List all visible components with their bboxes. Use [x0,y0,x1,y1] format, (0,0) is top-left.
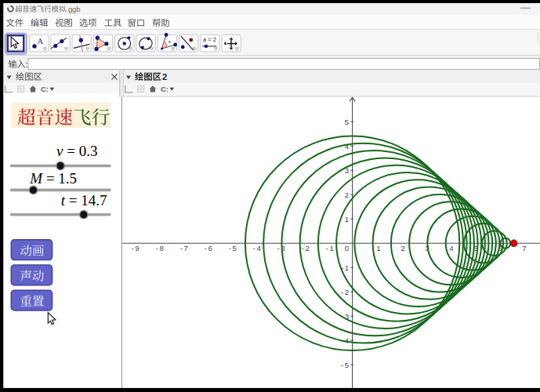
svg-text:-2: -2 [341,288,349,296]
svg-text:-8: -8 [156,244,164,252]
svg-text:-6: -6 [205,244,212,252]
svg-text:-5: -5 [341,361,349,369]
svg-text:-1: -1 [326,244,334,252]
svg-text:-4: -4 [253,244,262,252]
svg-text:C:: C: [161,85,169,93]
svg-text:-9: -9 [132,244,140,252]
svg-text:-2: -2 [302,244,310,252]
svg-text:0: 0 [345,244,349,252]
svg-text:4: 4 [449,244,454,252]
svg-text:M = 1.5: M = 1.5 [29,170,77,187]
svg-text:1: 1 [345,215,349,223]
svg-text:t = 14.7: t = 14.7 [61,192,107,209]
svg-text:C:: C: [41,85,49,93]
svg-text:2: 2 [400,244,404,252]
svg-text::: : [26,60,28,69]
svg-text:5: 5 [345,118,349,126]
svg-text:1: 1 [376,244,380,252]
svg-text:2: 2 [162,72,167,82]
svg-text:A: A [38,37,44,45]
svg-text:-7: -7 [180,244,188,252]
svg-text:.ggb: .ggb [66,5,80,13]
svg-text:2: 2 [345,191,349,199]
svg-text:4: 4 [345,142,350,151]
svg-text:v = 0.3: v = 0.3 [56,143,97,159]
svg-text:-5: -5 [229,244,237,252]
svg-text:7: 7 [522,244,526,252]
svg-text:a = 2: a = 2 [203,36,216,43]
